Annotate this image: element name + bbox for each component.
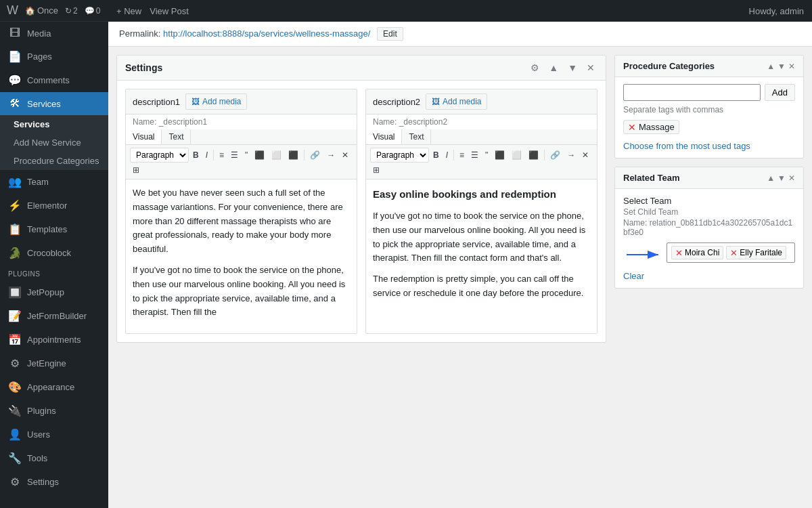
tag-remove-massage[interactable]: ✕ — [628, 123, 636, 132]
sidebar-item-add-new-service[interactable]: Add New Service — [0, 133, 108, 152]
sidebar-item-media[interactable]: 🎞 Media — [0, 22, 108, 45]
settings-up-button[interactable]: ▲ — [546, 61, 561, 75]
description2-block: description2 🖼 Add media Name: _descript… — [365, 89, 597, 334]
desc2-ul-btn[interactable]: ☰ — [468, 149, 481, 161]
desc1-italic-btn[interactable]: I — [203, 149, 210, 161]
desc1-paragraph-select[interactable]: Paragraph — [130, 148, 189, 163]
related-team-close-btn[interactable]: ✕ — [788, 173, 795, 183]
desc1-ul-btn[interactable]: ☰ — [228, 149, 241, 161]
settings-gear-button[interactable]: ⚙ — [528, 61, 542, 75]
desc2-special-btn[interactable]: ✕ — [579, 149, 591, 161]
jetengine-icon: ⚙ — [8, 357, 22, 370]
desc2-table-btn[interactable]: ⊞ — [370, 164, 382, 176]
desc2-tab-visual[interactable]: Visual — [366, 129, 402, 144]
sidebar-item-users[interactable]: 👤 Users — [0, 423, 108, 446]
permalink-edit-button[interactable]: Edit — [377, 27, 403, 41]
tag-input-field[interactable] — [623, 84, 761, 101]
team-tag-remove-elly[interactable]: ✕ — [730, 248, 738, 258]
sidebar-item-label: Comments — [27, 75, 70, 85]
related-team-down-btn[interactable]: ▼ — [777, 173, 786, 183]
comments-indicator[interactable]: 💬 0 — [85, 6, 101, 16]
desc2-align-left-btn[interactable]: ⬛ — [492, 149, 508, 161]
desc1-header: description1 🖼 Add media — [126, 89, 357, 114]
desc1-table-btn[interactable]: ⊞ — [130, 164, 142, 176]
sidebar-item-procedure-categories[interactable]: Procedure Categories — [0, 152, 108, 170]
desc1-name-value: _description1 — [159, 117, 207, 127]
proc-cat-up-btn[interactable]: ▲ — [767, 62, 775, 71]
desc2-add-media-button[interactable]: 🖼 Add media — [426, 93, 487, 110]
sidebar-item-services-list[interactable]: Services — [0, 115, 108, 133]
sidebar-item-elementor[interactable]: ⚡ Elementor — [0, 194, 108, 217]
settings-down-button[interactable]: ▼ — [565, 61, 580, 75]
desc2-bold-btn[interactable]: B — [430, 149, 442, 161]
team-tag-label-elly: Elly Faritale — [740, 248, 782, 257]
desc1-ol-btn[interactable]: ≡ — [217, 149, 227, 161]
proc-cat-close-btn[interactable]: ✕ — [788, 62, 795, 71]
desc2-ol-btn[interactable]: ≡ — [457, 149, 467, 161]
sidebar-item-crocoblock[interactable]: 🐊 Crocoblock — [0, 241, 108, 265]
sidebar-item-label: Pages — [27, 51, 52, 62]
sidebar-item-appointments[interactable]: 📅 Appointments — [0, 328, 108, 352]
choose-tags-link[interactable]: Choose from the most used tags — [623, 141, 795, 151]
related-team-title: Related Team — [623, 173, 680, 183]
team-tags-container[interactable]: ✕ Moira Chi ✕ Elly Faritale — [667, 242, 795, 263]
desc1-quote-btn[interactable]: " — [242, 149, 250, 161]
desc1-content[interactable]: We bet you have never seen such a full s… — [126, 179, 357, 333]
sidebar-item-jetformbuilder[interactable]: 📝 JetFormBuilder — [0, 304, 108, 328]
desc1-bold-btn[interactable]: B — [190, 149, 202, 161]
arrow-row: ✕ Moira Chi ✕ Elly Faritale — [623, 242, 795, 267]
sidebar-item-label: Plugins — [27, 406, 56, 416]
desc1-align-right-btn[interactable]: ⬛ — [286, 149, 301, 161]
site-name[interactable]: 🏠 Once — [25, 5, 58, 16]
desc1-tab-visual[interactable]: Visual — [126, 129, 162, 144]
desc2-link-btn[interactable]: 🔗 — [547, 149, 563, 161]
new-button[interactable]: + New — [116, 6, 141, 16]
desc1-link-btn[interactable]: 🔗 — [307, 149, 323, 161]
updates-indicator[interactable]: ↻ 2 — [65, 6, 78, 16]
clear-link[interactable]: Clear — [623, 271, 644, 281]
wp-logo-icon[interactable]: W — [7, 3, 18, 18]
permalink-bar: Permalink: http://localhost:8888/spa/ser… — [108, 22, 812, 47]
desc1-add-media-button[interactable]: 🖼 Add media — [185, 93, 247, 110]
proc-cat-down-btn[interactable]: ▼ — [777, 62, 786, 71]
sidebar-item-plugins[interactable]: 🔌 Plugins — [0, 399, 108, 423]
desc2-italic-btn[interactable]: I — [443, 149, 451, 161]
settings-close-button[interactable]: ✕ — [584, 61, 597, 75]
desc2-indent-btn[interactable]: → — [564, 149, 578, 161]
sidebar-item-jetengine[interactable]: ⚙ JetEngine — [0, 352, 108, 375]
sidebar-item-pages[interactable]: 📄 Pages — [0, 45, 108, 68]
desc1-align-center-btn[interactable]: ⬜ — [269, 149, 284, 161]
desc2-align-center-btn[interactable]: ⬜ — [509, 149, 524, 161]
sidebar-item-jetpopup[interactable]: 🔲 JetPopup — [0, 280, 108, 304]
desc2-quote-btn[interactable]: " — [482, 149, 491, 161]
description1-block: description1 🖼 Add media Name: _descript… — [125, 89, 357, 334]
desc2-content[interactable]: Easy online bookings and redemption If y… — [366, 179, 597, 315]
sidebar-item-team[interactable]: 👥 Team — [0, 170, 108, 194]
sidebar-item-label: Appearance — [27, 382, 74, 392]
topbar: + New View Post Howdy, admin — [108, 0, 812, 22]
team-tag-remove-moira[interactable]: ✕ — [675, 248, 683, 258]
desc1-indent-btn[interactable]: → — [324, 149, 338, 161]
desc1-tab-text[interactable]: Text — [162, 129, 191, 144]
desc1-align-left-btn[interactable]: ⬛ — [252, 149, 267, 161]
sidebar-item-tools[interactable]: 🔧 Tools — [0, 446, 108, 470]
proc-cat-header: Procedure Categories ▲ ▼ ✕ — [615, 56, 803, 77]
sidebar-item-templates[interactable]: 📋 Templates — [0, 217, 108, 241]
sidebar-item-services[interactable]: 🛠 Services — [0, 92, 108, 115]
desc2-editor-tabs: Visual Text — [366, 129, 597, 145]
desc2-align-right-btn[interactable]: ⬛ — [526, 149, 541, 161]
howdy-label: Howdy, admin — [749, 6, 804, 16]
related-team-up-btn[interactable]: ▲ — [767, 173, 775, 183]
desc2-tab-text[interactable]: Text — [402, 129, 431, 144]
sidebar-item-label: Users — [27, 429, 50, 440]
desc1-special-btn[interactable]: ✕ — [339, 149, 351, 161]
desc2-paragraph-select[interactable]: Paragraph — [370, 148, 429, 163]
view-post-button[interactable]: View Post — [150, 6, 189, 16]
sidebar-item-appearance[interactable]: 🎨 Appearance — [0, 375, 108, 399]
sidebar-item-settings[interactable]: ⚙ Settings — [0, 470, 108, 494]
related-team-header: Related Team ▲ ▼ ✕ — [615, 167, 803, 189]
tag-add-button[interactable]: Add — [765, 84, 795, 101]
permalink-url[interactable]: http://localhost:8888/spa/services/welln… — [163, 28, 370, 39]
name-label: Name: — [623, 218, 647, 228]
sidebar-item-comments[interactable]: 💬 Comments — [0, 68, 108, 92]
